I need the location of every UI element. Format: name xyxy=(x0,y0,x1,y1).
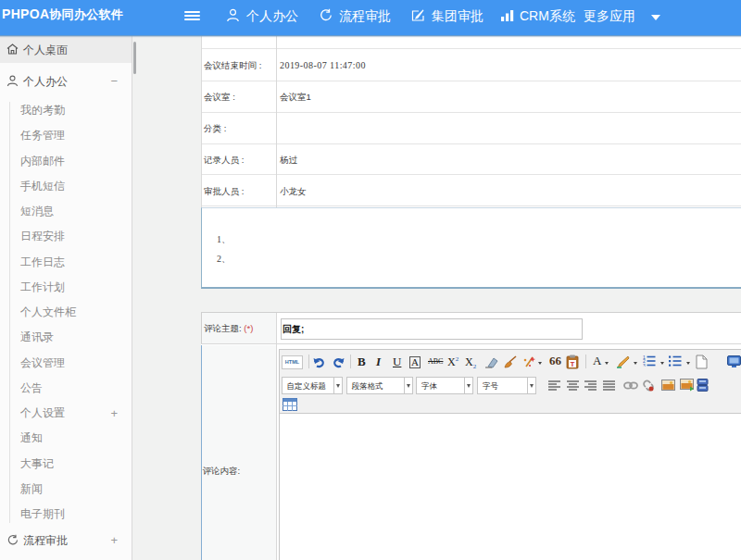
svg-text:T: T xyxy=(571,360,575,368)
svg-text:3: 3 xyxy=(643,363,646,367)
